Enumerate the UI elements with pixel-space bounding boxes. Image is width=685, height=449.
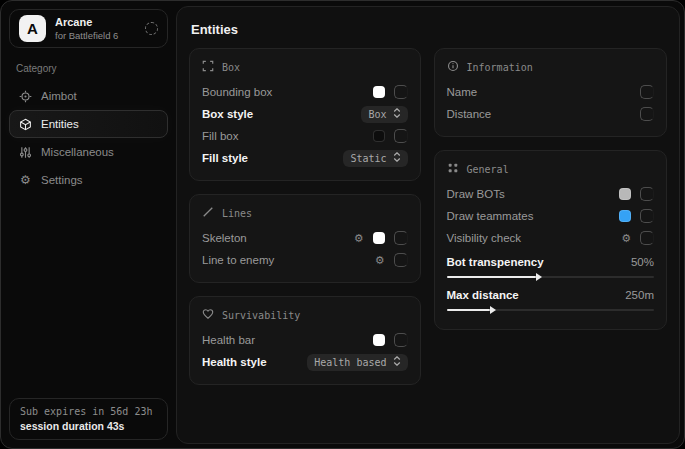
heart-icon — [202, 308, 214, 322]
chevron-updown-icon — [393, 108, 401, 120]
setting-row: Health bar — [202, 329, 408, 351]
setting-row: Distance — [447, 103, 654, 125]
radar-icon[interactable] — [145, 22, 158, 35]
max-distance-slider-block: Max distance 250m — [447, 285, 654, 311]
checkbox[interactable] — [640, 85, 654, 99]
cube-icon — [19, 118, 32, 131]
slider-value: 50% — [631, 256, 654, 268]
max-distance-slider[interactable] — [447, 309, 654, 311]
setting-row: Skeleton ⚙ — [202, 227, 408, 249]
setting-row: Name — [447, 81, 654, 103]
setting-row: Line to enemy ⚙ — [202, 249, 408, 271]
app-window: A Arcane for Battlefield 6 Category Aimb… — [0, 0, 685, 449]
sliders-icon — [19, 146, 32, 159]
slider-fill[interactable] — [447, 309, 491, 311]
setting-row: Box style Box — [202, 103, 408, 125]
setting-label: Fill box — [202, 130, 238, 142]
lines-card: Lines Skeleton ⚙ Line to enemy ⚙ — [189, 194, 421, 283]
slider-label: Bot transpenency — [447, 256, 544, 268]
row-settings-gear-icon[interactable]: ⚙ — [354, 233, 364, 244]
card-title: Survivability — [222, 310, 300, 321]
box-style-dropdown[interactable]: Box — [361, 106, 407, 123]
card-title: Box — [222, 62, 240, 73]
bot-transparency-slider-block: Bot transpenency 50% — [447, 252, 654, 278]
bot-transparency-slider[interactable] — [447, 276, 654, 278]
gear-icon: ⚙ — [19, 174, 32, 187]
information-card: Information Name Distance — [434, 48, 667, 137]
session-duration: session duration 43s — [20, 420, 157, 432]
setting-row: Health style Health based — [202, 351, 408, 373]
setting-label: Box style — [202, 108, 253, 120]
slider-label-row: Max distance 250m — [447, 285, 654, 304]
color-swatch[interactable] — [373, 334, 385, 346]
color-swatch[interactable] — [373, 86, 385, 98]
checkbox[interactable] — [394, 333, 408, 347]
checkbox[interactable] — [640, 107, 654, 121]
setting-label: Bounding box — [202, 86, 272, 98]
right-column: Information Name Distance — [434, 48, 667, 330]
checkbox[interactable] — [640, 209, 654, 223]
slider-fill[interactable] — [447, 276, 536, 278]
slider-label-row: Bot transpenency 50% — [447, 252, 654, 271]
checkbox[interactable] — [394, 85, 408, 99]
app-identity: Arcane for Battlefield 6 — [55, 16, 118, 41]
information-card-header: Information — [447, 60, 654, 74]
color-swatch[interactable] — [619, 210, 631, 222]
color-swatch[interactable] — [373, 232, 385, 244]
app-subtitle: for Battlefield 6 — [55, 30, 118, 41]
left-column: Box Bounding box Box style Box — [189, 48, 421, 385]
sidebar-item-aimbot[interactable]: Aimbot — [9, 82, 168, 110]
setting-label: Skeleton — [202, 232, 247, 244]
setting-label: Draw teammates — [447, 210, 534, 222]
color-swatch[interactable] — [373, 130, 385, 142]
subscription-expiry: Sub expires in 56d 23h — [20, 406, 157, 417]
slider-label: Max distance — [447, 289, 519, 301]
row-settings-gear-icon[interactable]: ⚙ — [621, 233, 631, 244]
checkbox[interactable] — [394, 253, 408, 267]
health-style-dropdown[interactable]: Health based — [307, 354, 407, 371]
row-settings-gear-icon[interactable]: ⚙ — [375, 255, 385, 266]
setting-row: Bounding box — [202, 81, 408, 103]
survivability-card-header: Survivability — [202, 308, 408, 322]
setting-row: Visibility check ⚙ — [447, 227, 654, 249]
sidebar-item-settings[interactable]: ⚙ Settings — [9, 166, 168, 194]
survivability-card: Survivability Health bar Health style — [189, 296, 421, 385]
setting-row: Draw BOTs — [447, 183, 654, 205]
dropdown-value: Box — [368, 109, 386, 120]
sidebar-item-label: Miscellaneous — [41, 146, 114, 158]
checkbox[interactable] — [394, 231, 408, 245]
subscription-card: Sub expires in 56d 23h session duration … — [9, 398, 168, 440]
box-card: Box Bounding box Box style Box — [189, 48, 421, 181]
app-title: Arcane — [55, 16, 118, 28]
lines-card-header: Lines — [202, 206, 408, 220]
setting-label: Name — [447, 86, 478, 98]
card-title: Lines — [222, 208, 252, 219]
checkbox[interactable] — [640, 231, 654, 245]
settings-columns: Box Bounding box Box style Box — [177, 37, 679, 385]
grid-icon — [447, 162, 459, 176]
chevron-updown-icon — [393, 152, 401, 164]
chevron-updown-icon — [393, 356, 401, 368]
fill-style-dropdown[interactable]: Static — [343, 150, 407, 167]
setting-row: Fill box — [202, 125, 408, 147]
scan-corners-icon — [202, 60, 214, 74]
color-swatch[interactable] — [619, 188, 631, 200]
setting-label: Line to enemy — [202, 254, 274, 266]
setting-label: Visibility check — [447, 232, 522, 244]
setting-label: Health bar — [202, 334, 255, 346]
setting-label: Health style — [202, 356, 267, 368]
box-card-header: Box — [202, 60, 408, 74]
checkbox[interactable] — [394, 129, 408, 143]
sidebar-item-entities[interactable]: Entities — [9, 110, 168, 138]
sidebar-item-label: Entities — [41, 118, 79, 130]
general-card: General Draw BOTs Draw teammates — [434, 150, 667, 330]
sidebar-item-label: Aimbot — [41, 90, 77, 102]
checkbox[interactable] — [640, 187, 654, 201]
setting-row: Fill style Static — [202, 147, 408, 169]
dropdown-value: Static — [350, 153, 386, 164]
app-logo-card: A Arcane for Battlefield 6 — [9, 9, 168, 48]
sidebar: A Arcane for Battlefield 6 Category Aimb… — [1, 1, 176, 448]
sidebar-item-miscellaneous[interactable]: Miscellaneous — [9, 138, 168, 166]
setting-label: Draw BOTs — [447, 188, 505, 200]
setting-label: Distance — [447, 108, 492, 120]
